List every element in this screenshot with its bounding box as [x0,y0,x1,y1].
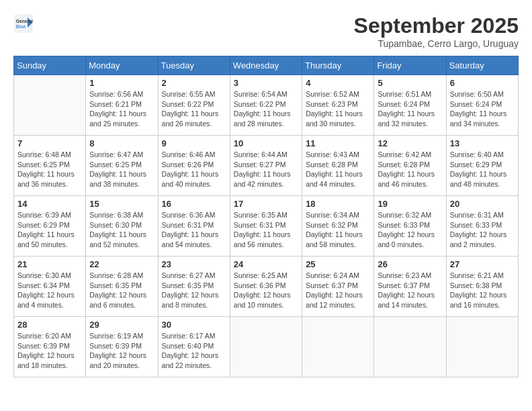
day-info: Sunrise: 6:44 AMSunset: 6:27 PMDaylight:… [234,150,298,189]
day-number: 2 [162,78,226,88]
day-info: Sunrise: 6:46 AMSunset: 6:26 PMDaylight:… [162,150,226,189]
calendar-cell: 25Sunrise: 6:24 AMSunset: 6:37 PMDayligh… [302,257,374,317]
calendar-header-row: SundayMondayTuesdayWednesdayThursdayFrid… [14,56,519,75]
calendar-day-header: Tuesday [158,56,230,75]
calendar-day-header: Friday [374,56,446,75]
day-number: 26 [378,259,442,269]
page-header: General Blue September 2025 Tupambae, Ce… [13,13,519,49]
calendar-cell: 16Sunrise: 6:36 AMSunset: 6:31 PMDayligh… [158,196,230,257]
calendar-table: SundayMondayTuesdayWednesdayThursdayFrid… [13,56,519,377]
day-info: Sunrise: 6:17 AMSunset: 6:40 PMDaylight:… [162,331,226,371]
day-number: 4 [306,78,370,88]
calendar-cell: 9Sunrise: 6:46 AMSunset: 6:26 PMDaylight… [158,136,230,196]
calendar-cell: 11Sunrise: 6:43 AMSunset: 6:28 PMDayligh… [302,136,374,196]
calendar-cell: 6Sunrise: 6:50 AMSunset: 6:24 PMDaylight… [446,75,518,136]
day-number: 3 [234,78,298,88]
calendar-day-header: Saturday [446,56,518,75]
calendar-day-header: Wednesday [230,56,302,75]
calendar-week-row: 21Sunrise: 6:30 AMSunset: 6:34 PMDayligh… [14,257,519,317]
day-info: Sunrise: 6:56 AMSunset: 6:21 PMDaylight:… [89,89,154,129]
day-number: 11 [306,138,370,148]
day-info: Sunrise: 6:38 AMSunset: 6:30 PMDaylight:… [89,210,154,250]
calendar-week-row: 1Sunrise: 6:56 AMSunset: 6:21 PMDaylight… [14,75,519,136]
day-number: 23 [162,259,226,269]
calendar-cell [230,317,302,377]
calendar-cell: 13Sunrise: 6:40 AMSunset: 6:29 PMDayligh… [446,136,518,196]
day-info: Sunrise: 6:43 AMSunset: 6:28 PMDaylight:… [306,150,370,189]
day-info: Sunrise: 6:32 AMSunset: 6:33 PMDaylight:… [378,210,442,250]
logo-icon: General Blue [13,13,34,34]
day-number: 6 [450,78,515,88]
calendar-cell: 14Sunrise: 6:39 AMSunset: 6:29 PMDayligh… [14,196,86,257]
title-block: September 2025 Tupambae, Cerro Largo, Ur… [354,13,519,49]
day-info: Sunrise: 6:51 AMSunset: 6:24 PMDaylight:… [378,89,442,129]
calendar-cell: 5Sunrise: 6:51 AMSunset: 6:24 PMDaylight… [374,75,446,136]
day-info: Sunrise: 6:52 AMSunset: 6:23 PMDaylight:… [306,89,370,129]
calendar-cell: 23Sunrise: 6:27 AMSunset: 6:35 PMDayligh… [158,257,230,317]
day-number: 20 [450,199,515,209]
calendar-day-header: Monday [86,56,158,75]
calendar-cell: 12Sunrise: 6:42 AMSunset: 6:28 PMDayligh… [374,136,446,196]
day-info: Sunrise: 6:42 AMSunset: 6:28 PMDaylight:… [378,150,442,189]
day-info: Sunrise: 6:34 AMSunset: 6:32 PMDaylight:… [306,210,370,250]
day-number: 9 [162,138,226,148]
svg-text:General: General [16,19,33,24]
calendar-cell: 8Sunrise: 6:47 AMSunset: 6:25 PMDaylight… [86,136,158,196]
day-info: Sunrise: 6:27 AMSunset: 6:35 PMDaylight:… [162,271,226,310]
day-number: 1 [89,78,154,88]
calendar-cell: 29Sunrise: 6:19 AMSunset: 6:39 PMDayligh… [86,317,158,377]
day-info: Sunrise: 6:30 AMSunset: 6:34 PMDaylight:… [17,271,82,310]
calendar-cell: 10Sunrise: 6:44 AMSunset: 6:27 PMDayligh… [230,136,302,196]
day-info: Sunrise: 6:25 AMSunset: 6:36 PMDaylight:… [234,271,298,310]
day-info: Sunrise: 6:20 AMSunset: 6:39 PMDaylight:… [17,331,82,371]
calendar-cell: 28Sunrise: 6:20 AMSunset: 6:39 PMDayligh… [14,317,86,377]
day-number: 5 [378,78,442,88]
calendar-cell: 22Sunrise: 6:28 AMSunset: 6:35 PMDayligh… [86,257,158,317]
day-info: Sunrise: 6:40 AMSunset: 6:29 PMDaylight:… [450,150,515,189]
month-year: September 2025 [354,13,519,38]
day-number: 27 [450,259,515,269]
day-info: Sunrise: 6:21 AMSunset: 6:38 PMDaylight:… [450,271,515,310]
calendar-cell [446,317,518,377]
day-info: Sunrise: 6:55 AMSunset: 6:22 PMDaylight:… [162,89,226,129]
day-number: 17 [234,199,298,209]
day-number: 13 [450,138,515,148]
logo: General Blue [13,13,36,34]
calendar-cell: 18Sunrise: 6:34 AMSunset: 6:32 PMDayligh… [302,196,374,257]
day-number: 18 [306,199,370,209]
day-number: 14 [17,199,82,209]
day-info: Sunrise: 6:47 AMSunset: 6:25 PMDaylight:… [89,150,154,189]
day-number: 25 [306,259,370,269]
day-number: 7 [17,138,82,148]
calendar-cell: 15Sunrise: 6:38 AMSunset: 6:30 PMDayligh… [86,196,158,257]
day-number: 19 [378,199,442,209]
svg-rect-2 [15,15,28,33]
calendar-cell: 7Sunrise: 6:48 AMSunset: 6:25 PMDaylight… [14,136,86,196]
day-number: 29 [89,320,154,330]
calendar-cell: 4Sunrise: 6:52 AMSunset: 6:23 PMDaylight… [302,75,374,136]
calendar-cell: 3Sunrise: 6:54 AMSunset: 6:22 PMDaylight… [230,75,302,136]
calendar-cell: 1Sunrise: 6:56 AMSunset: 6:21 PMDaylight… [86,75,158,136]
calendar-week-row: 28Sunrise: 6:20 AMSunset: 6:39 PMDayligh… [14,317,519,377]
day-number: 30 [162,320,226,330]
calendar-cell: 17Sunrise: 6:35 AMSunset: 6:31 PMDayligh… [230,196,302,257]
day-info: Sunrise: 6:39 AMSunset: 6:29 PMDaylight:… [17,210,82,250]
day-info: Sunrise: 6:54 AMSunset: 6:22 PMDaylight:… [234,89,298,129]
calendar-cell [14,75,86,136]
day-number: 21 [17,259,82,269]
calendar-cell: 2Sunrise: 6:55 AMSunset: 6:22 PMDaylight… [158,75,230,136]
calendar-cell: 20Sunrise: 6:31 AMSunset: 6:33 PMDayligh… [446,196,518,257]
calendar-cell: 19Sunrise: 6:32 AMSunset: 6:33 PMDayligh… [374,196,446,257]
calendar-cell: 24Sunrise: 6:25 AMSunset: 6:36 PMDayligh… [230,257,302,317]
calendar-cell: 26Sunrise: 6:23 AMSunset: 6:37 PMDayligh… [374,257,446,317]
day-info: Sunrise: 6:50 AMSunset: 6:24 PMDaylight:… [450,89,515,129]
day-number: 28 [17,320,82,330]
calendar-cell: 30Sunrise: 6:17 AMSunset: 6:40 PMDayligh… [158,317,230,377]
day-number: 16 [162,199,226,209]
day-info: Sunrise: 6:19 AMSunset: 6:39 PMDaylight:… [89,331,154,371]
day-number: 24 [234,259,298,269]
calendar-cell [374,317,446,377]
day-info: Sunrise: 6:35 AMSunset: 6:31 PMDaylight:… [234,210,298,250]
calendar-cell [302,317,374,377]
day-info: Sunrise: 6:28 AMSunset: 6:35 PMDaylight:… [89,271,154,310]
